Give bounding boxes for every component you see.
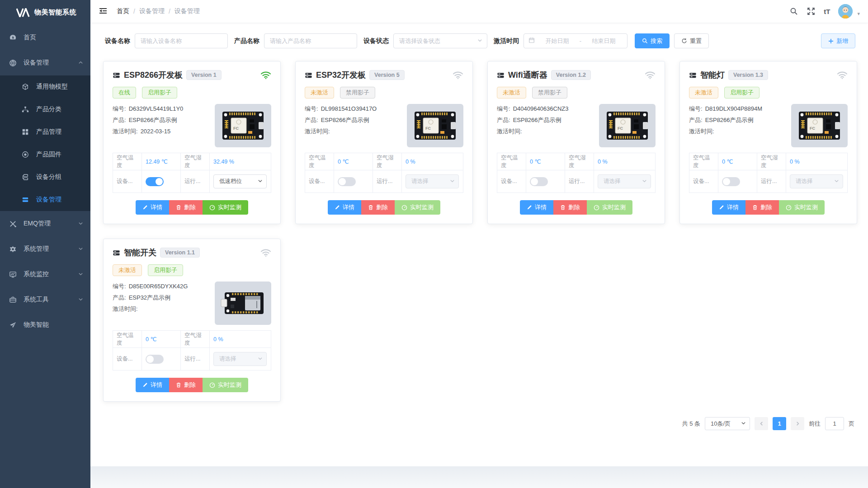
sidebar-item-sys-tools[interactable]: 系统工具 <box>0 287 90 312</box>
status-badge: 在线 <box>113 87 136 99</box>
breadcrumb-home[interactable]: 首页 <box>117 7 129 15</box>
humidity-label: 空气湿度 <box>181 153 210 170</box>
toolbox-icon <box>9 296 17 304</box>
detail-button[interactable]: 详情 <box>712 200 745 215</box>
sidebar-item-home[interactable]: 首页 <box>0 25 90 50</box>
page-number[interactable]: 1 <box>773 417 786 430</box>
run-mode-label: 运行... <box>757 170 786 193</box>
sidebar-collapse-icon[interactable] <box>99 6 108 16</box>
app-logo[interactable]: 物美智能系统 <box>0 0 90 25</box>
font-size-icon[interactable]: tT <box>824 8 830 15</box>
device-card: ESP32开发板 Version 5 未激活 禁用影子 编号:DL9981541… <box>295 61 473 224</box>
svg-text:FC: FC <box>618 126 623 131</box>
grid-icon <box>22 128 30 136</box>
goto-page-input[interactable] <box>825 417 844 430</box>
version-badge: Version 1.2 <box>551 70 591 80</box>
delete-button[interactable]: 删除 <box>745 200 779 215</box>
device-image: FC <box>215 282 271 325</box>
number-label: 编号: <box>113 283 126 290</box>
next-page-button[interactable] <box>791 417 804 430</box>
delete-button[interactable]: 删除 <box>169 378 203 392</box>
run-mode-select[interactable]: 请选择 <box>598 174 651 188</box>
number-label: 编号: <box>113 105 126 112</box>
monitor-button[interactable]: 实时监测 <box>203 200 248 215</box>
device-switch-toggle[interactable] <box>146 355 164 364</box>
device-name-input[interactable] <box>135 33 228 48</box>
monitor-button[interactable]: 实时监测 <box>587 200 632 215</box>
product-name-label: 产品名称 <box>234 37 259 45</box>
prev-page-button[interactable] <box>755 417 768 430</box>
gauge-icon <box>209 382 215 388</box>
sidebar-item-product-mgmt[interactable]: 产品管理 <box>0 121 90 143</box>
activated-label: 激活时间: <box>113 305 138 312</box>
search-icon[interactable] <box>789 7 798 16</box>
device-switch-toggle[interactable] <box>722 177 740 186</box>
page-size-select[interactable]: 10条/页 <box>705 417 750 430</box>
breadcrumb-separator: / <box>169 8 170 15</box>
run-mode-select[interactable]: 低速档位 <box>213 174 267 188</box>
device-card: 智能开关 Version 1.1 未激活 启用影子 编号:D85E00R65DY… <box>103 239 281 402</box>
device-status-select[interactable]: 请选择设备状态 <box>393 33 487 48</box>
device-switch-toggle[interactable] <box>338 177 356 186</box>
run-mode-select[interactable]: 请选择 <box>406 174 459 188</box>
temp-label: 空气温度 <box>113 331 142 348</box>
edit-icon <box>527 205 532 210</box>
device-image: FC <box>599 104 656 147</box>
sidebar-item-emq[interactable]: EMQ管理 <box>0 211 90 236</box>
status-badge: 未激活 <box>497 87 526 99</box>
delete-button[interactable]: 删除 <box>361 200 395 215</box>
delete-button[interactable]: 删除 <box>169 200 203 215</box>
sidebar-item-thing-model[interactable]: 通用物模型 <box>0 75 90 98</box>
search-button[interactable]: 搜索 <box>635 33 670 48</box>
monitor-button[interactable]: 实时监测 <box>395 200 440 215</box>
sidebar-item-label: 系统工具 <box>24 296 49 304</box>
run-mode-select[interactable]: 请选择 <box>213 352 267 366</box>
detail-button[interactable]: 详情 <box>328 200 361 215</box>
sidebar-item-label: 系统管理 <box>24 245 49 253</box>
sidebar-item-wumei[interactable]: 物美智能 <box>0 312 90 338</box>
device-switch-toggle[interactable] <box>530 177 548 186</box>
monitor-button[interactable]: 实时监测 <box>779 200 825 215</box>
sidebar-item-label: 产品固件 <box>36 150 61 159</box>
sidebar-item-device-mgmt[interactable]: 设备管理 <box>0 50 90 75</box>
date-range-picker[interactable]: 开始日期 - 结束日期 <box>524 33 627 48</box>
pagination-total: 共 5 条 <box>682 420 700 428</box>
chevron-down-icon <box>78 296 83 303</box>
trash-icon <box>752 205 758 210</box>
sidebar-item-product-category[interactable]: 产品分类 <box>0 98 90 121</box>
sidebar-item-sys-monitor[interactable]: 系统监控 <box>0 262 90 287</box>
sidebar-item-device-list[interactable]: 设备管理 <box>0 188 90 211</box>
sidebar-item-product-firmware[interactable]: 产品固件 <box>0 143 90 166</box>
version-badge: Version 1.3 <box>728 70 768 80</box>
device-icon <box>113 249 120 257</box>
wifi-icon <box>645 70 656 80</box>
temp-label: 空气温度 <box>305 153 334 170</box>
activated-label: 激活时间: <box>497 128 522 135</box>
humidity-value: 32.49 % <box>210 153 271 170</box>
device-name-label: 设备名称 <box>105 37 130 45</box>
paper-plane-icon <box>9 321 17 329</box>
breadcrumb-device-mgmt[interactable]: 设备管理 <box>139 7 165 15</box>
monitor-button[interactable]: 实时监测 <box>203 378 248 392</box>
device-product: ESP32产品示例 <box>129 294 170 301</box>
run-mode-select[interactable]: 请选择 <box>790 174 843 188</box>
sidebar-item-sys-mgmt[interactable]: 系统管理 <box>0 236 90 262</box>
reset-button[interactable]: 重置 <box>674 33 709 48</box>
detail-button[interactable]: 详情 <box>136 200 169 215</box>
dashboard-icon <box>9 33 17 42</box>
activated-label: 激活时间: <box>305 128 330 135</box>
sidebar-item-device-group[interactable]: 设备分组 <box>0 166 90 188</box>
fullscreen-icon[interactable] <box>807 7 816 16</box>
avatar[interactable] <box>838 4 853 19</box>
avatar-caret-icon[interactable]: ▾ <box>857 11 860 17</box>
plus-icon <box>828 38 834 44</box>
device-switch-toggle[interactable] <box>146 177 164 186</box>
product-name-input[interactable] <box>264 33 357 48</box>
edit-icon <box>142 205 148 210</box>
gauge-icon <box>401 205 407 211</box>
detail-button[interactable]: 详情 <box>136 378 169 392</box>
add-button[interactable]: 新增 <box>821 33 855 48</box>
delete-button[interactable]: 删除 <box>553 200 587 215</box>
emq-icon <box>9 220 17 228</box>
detail-button[interactable]: 详情 <box>520 200 553 215</box>
